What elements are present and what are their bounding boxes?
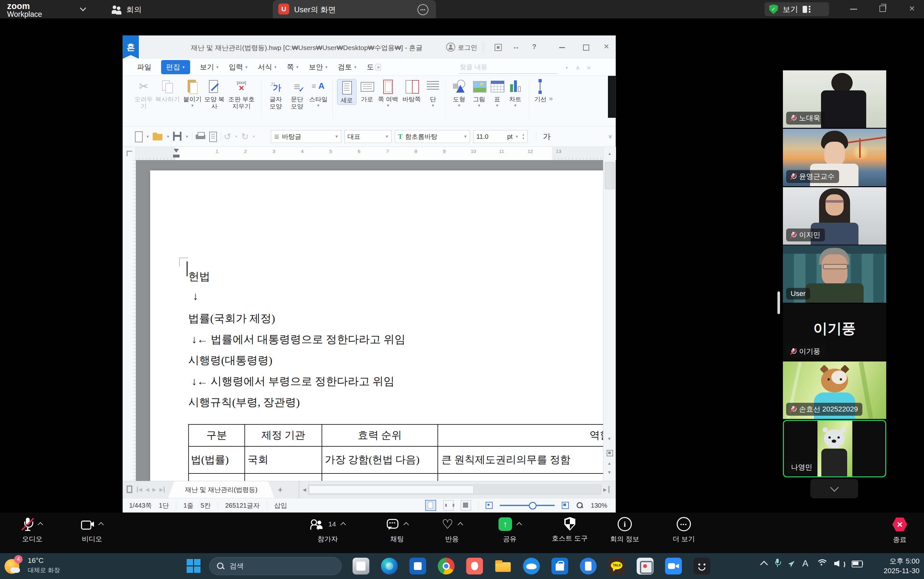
close-icon[interactable]: × bbox=[909, 3, 915, 14]
ribbon-overflow-icon[interactable]: » bbox=[549, 95, 553, 103]
hscroll-right-icon[interactable]: ▶ bbox=[603, 487, 607, 492]
status-mode[interactable]: 삽입 bbox=[274, 501, 287, 510]
reactions-button[interactable]: ♡ 반응 bbox=[431, 517, 473, 543]
margin-marker[interactable] bbox=[173, 155, 180, 157]
participant-tile[interactable]: 노대욱 bbox=[783, 70, 886, 128]
doc-tab[interactable]: 재난 및 재난관리(법령등) bbox=[168, 481, 274, 498]
volume-icon[interactable] bbox=[834, 559, 844, 568]
taskbar-search[interactable]: 검색 bbox=[209, 557, 342, 575]
app-blue-icon[interactable] bbox=[410, 558, 426, 574]
meeting-info-button[interactable]: i 회의 정보 bbox=[603, 517, 646, 543]
kakaotalk-icon[interactable]: TALK bbox=[608, 558, 625, 574]
chrome-icon[interactable] bbox=[438, 558, 455, 574]
ruler-corner[interactable] bbox=[123, 147, 136, 160]
ribbon-master-page[interactable]: 바탕쪽 bbox=[400, 79, 424, 103]
edge-icon[interactable] bbox=[381, 558, 398, 574]
minimize-icon[interactable] bbox=[850, 9, 857, 10]
app-photos-icon[interactable] bbox=[352, 558, 369, 574]
zoom-slider-knob[interactable] bbox=[529, 502, 537, 510]
ribbon-paste[interactable]: 붙이기 ▼ bbox=[182, 79, 203, 108]
zoom-out-button[interactable] bbox=[486, 502, 493, 509]
tab-user-screen[interactable]: U User의 화면 ••• bbox=[273, 0, 436, 18]
ribbon-copy[interactable]: 복사하기 bbox=[154, 79, 181, 103]
redo-icon[interactable]: ↻ bbox=[241, 131, 249, 142]
battery-icon[interactable] bbox=[852, 560, 863, 567]
participant-tile-active[interactable]: 나영민 bbox=[783, 420, 886, 478]
menu-edit[interactable]: 편집▼ bbox=[161, 60, 190, 74]
status-zoom[interactable]: 130% bbox=[591, 502, 607, 509]
find-prev-icon[interactable]: ∧ bbox=[576, 64, 580, 71]
next-page-icon[interactable]: ▼ bbox=[607, 470, 611, 475]
zoom-slider[interactable] bbox=[500, 505, 555, 506]
style-combo[interactable]: ≣ 바탕글▼ bbox=[271, 130, 341, 143]
hwp-close-icon[interactable]: × bbox=[604, 41, 609, 52]
share-options-icon[interactable] bbox=[516, 522, 522, 528]
windows-start-button[interactable] bbox=[187, 559, 201, 573]
menu-view[interactable]: 보기▼ bbox=[200, 62, 219, 72]
wifi-icon[interactable] bbox=[816, 559, 826, 568]
chat-options-icon[interactable] bbox=[403, 522, 409, 528]
doc-hscrollbar[interactable]: ◀ ▶ ▏ bbox=[299, 481, 616, 498]
arrange-icon[interactable]: ↔ bbox=[512, 42, 520, 51]
scroll-down-icon[interactable]: ▼ bbox=[607, 436, 611, 441]
store-icon[interactable] bbox=[551, 558, 568, 574]
participants-button[interactable]: 14 참가자 bbox=[303, 517, 352, 543]
hwp-maximize-icon[interactable] bbox=[583, 44, 589, 51]
participant-tile[interactable]: User bbox=[783, 245, 886, 303]
ribbon-format-copy[interactable]: 모양 복사 bbox=[204, 79, 225, 110]
participant-tile[interactable]: 이기풍 이기풍 bbox=[783, 304, 886, 361]
scroll-up-icon[interactable]: ▲ bbox=[603, 147, 616, 160]
hscroll-thumb[interactable] bbox=[309, 486, 473, 494]
menu-review[interactable]: 검토▼ bbox=[338, 62, 357, 72]
save-icon[interactable] bbox=[173, 132, 182, 141]
undo-icon[interactable]: ↺ bbox=[224, 131, 231, 142]
whale-icon[interactable] bbox=[523, 558, 540, 574]
video-options-icon[interactable] bbox=[98, 522, 104, 528]
audio-options-icon[interactable] bbox=[38, 522, 43, 528]
ribbon-para-shape[interactable]: ≡✓ 문단 모양 bbox=[287, 79, 307, 110]
preview-icon[interactable] bbox=[209, 132, 217, 141]
magnifier-icon[interactable] bbox=[576, 502, 584, 509]
menu-input[interactable]: 입력▼ bbox=[229, 62, 248, 72]
participant-tile[interactable]: 이지민 bbox=[783, 187, 886, 245]
tab-meeting[interactable]: 회의 bbox=[111, 5, 142, 15]
menu-tools[interactable]: 도» bbox=[367, 62, 381, 72]
menu-format[interactable]: 서식▼ bbox=[258, 62, 277, 72]
indent-marker[interactable] bbox=[174, 149, 179, 153]
workspace-chevron-icon[interactable] bbox=[80, 5, 86, 11]
ribbon-page-margins[interactable]: 쪽 여백 ▼ bbox=[378, 79, 398, 108]
tray-expand-icon[interactable] bbox=[760, 561, 768, 568]
split-view-icon[interactable]: ▏ bbox=[609, 486, 613, 493]
zoom-app-icon[interactable] bbox=[665, 558, 682, 574]
more-button[interactable]: ••• 더 보기 bbox=[662, 517, 706, 543]
vscroll-thumb[interactable] bbox=[605, 162, 615, 189]
participant-tile[interactable]: 윤영근교수 bbox=[783, 129, 886, 186]
font-size-combo[interactable]: 11.0 pt▼ ▲▼ bbox=[473, 130, 528, 143]
view-width-icon[interactable] bbox=[443, 500, 454, 510]
print-icon[interactable] bbox=[196, 132, 206, 141]
new-tab-icon[interactable]: + bbox=[278, 485, 282, 495]
doc-vscrollbar[interactable]: ▼ ▲ ▼ bbox=[603, 160, 616, 481]
document-page[interactable]: 헌법 ↓ 법률(국회가 제정) ↓← 법률에서 대통령령으로 정한다라고 위임 … bbox=[150, 170, 603, 481]
menu-page[interactable]: 쪽▼ bbox=[287, 62, 299, 72]
participants-options-icon[interactable] bbox=[340, 522, 346, 528]
font-combo[interactable]: T 함초롬바탕▼ bbox=[395, 130, 470, 143]
tray-clock[interactable]: 오후 5:00 2025-11-30 bbox=[877, 556, 919, 576]
end-meeting-button[interactable]: × 종료 bbox=[879, 517, 921, 544]
char-attr-button[interactable]: 가 bbox=[543, 131, 550, 142]
video-button[interactable]: 비디오 bbox=[69, 517, 115, 543]
hscroll-left-icon[interactable]: ◀ bbox=[303, 487, 306, 492]
ribbon-cut[interactable]: ✂ 오려두기 bbox=[134, 79, 153, 110]
ribbon-chart[interactable]: 차트 ▼ bbox=[506, 79, 524, 108]
smiley-app-icon[interactable] bbox=[693, 558, 710, 574]
find-bar[interactable]: 찾을 내용 ▼ ∧ × bbox=[459, 63, 608, 73]
collapse-participants-button[interactable] bbox=[810, 479, 858, 498]
ribbon-portrait[interactable]: 세로 bbox=[337, 79, 356, 105]
ribbon-table[interactable]: 표 ▼ bbox=[490, 79, 505, 108]
ribbon-picture[interactable]: 그림 ▼ bbox=[470, 79, 488, 108]
tray-mic-icon[interactable] bbox=[775, 559, 780, 568]
participant-tile[interactable]: 손효선 202522029 bbox=[783, 361, 886, 419]
expand-icon[interactable] bbox=[495, 44, 502, 51]
view-page-icon[interactable] bbox=[425, 500, 436, 511]
ribbon-shapes[interactable]: 도형 ▼ bbox=[450, 79, 469, 108]
